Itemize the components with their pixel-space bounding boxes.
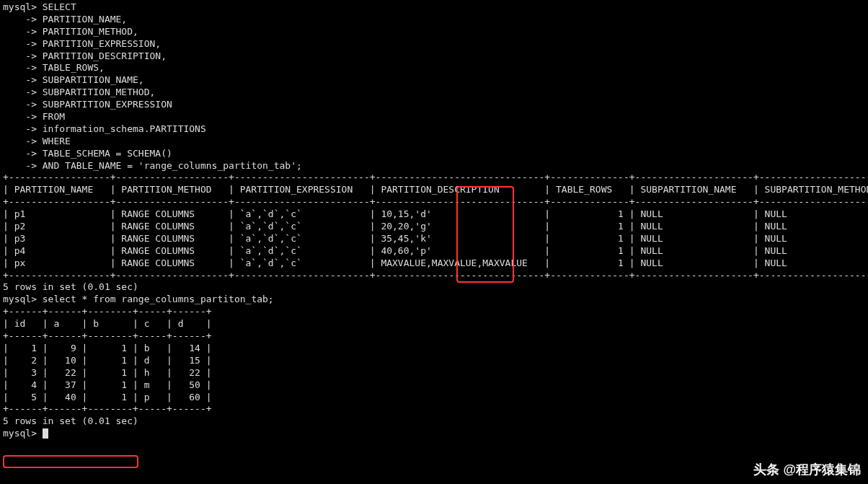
- query1-block: mysql> SELECT -> PARTITION_NAME, -> PART…: [3, 1, 865, 172]
- cursor: [43, 428, 48, 439]
- highlight-rows-in-set: [3, 455, 138, 468]
- query2-line: mysql> select * from range_columns_parti…: [3, 294, 865, 306]
- watermark: 头条 @程序猿集锦: [753, 462, 861, 478]
- watermark-brand: 头条: [753, 462, 779, 477]
- next-prompt[interactable]: mysql>: [3, 428, 865, 440]
- prompt: mysql>: [3, 294, 37, 304]
- result-table-1: +------------------+--------------------…: [3, 172, 865, 281]
- prompt: mysql>: [3, 1, 37, 12]
- result2-footer: 5 rows in set (0.01 sec): [3, 415, 865, 428]
- result1-footer: 5 rows in set (0.01 sec): [3, 281, 865, 294]
- watermark-handle: @程序猿集锦: [783, 462, 861, 477]
- result-table-2: +------+------+--------+-----+------+ | …: [3, 306, 865, 415]
- terminal-output[interactable]: mysql> SELECT -> PARTITION_NAME, -> PART…: [0, 0, 868, 441]
